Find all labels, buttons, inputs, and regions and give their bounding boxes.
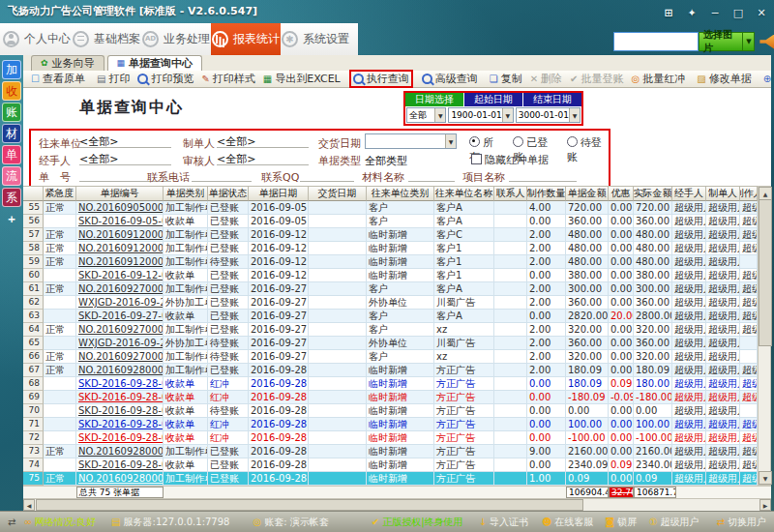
nav-tab-list[interactable]: 基础档案 xyxy=(72,23,141,55)
qq-input[interactable] xyxy=(300,168,354,182)
status-item[interactable]: ⇄切换用户 xyxy=(717,516,766,529)
status-item[interactable]: ◙锁屏 xyxy=(605,516,637,529)
doc-number-link[interactable]: NO.201609280002 xyxy=(76,445,164,458)
doc-number-link[interactable]: WXJGD-2016-09-27-000 xyxy=(76,337,164,350)
status-item[interactable]: ①超级用户 xyxy=(649,516,700,529)
table-row[interactable]: 70SKD-2016-09-28-0002收款单待登账2016-09-28 下临… xyxy=(23,404,758,418)
material-input[interactable] xyxy=(408,168,455,182)
table-row[interactable]: 69SKD-2016-09-28-0001-收款单红冲2016-09-28 下临… xyxy=(23,391,758,404)
table-row[interactable]: 58正常NO.201609120002加工制作单已登账2016-09-12 下临… xyxy=(23,242,758,255)
doc-number-link[interactable]: NO.201609050003 xyxy=(76,201,164,215)
toolbar-button[interactable]: ▤打印 xyxy=(93,71,134,87)
megaphone-icon[interactable] xyxy=(759,35,774,49)
sidebar-tab-2[interactable]: 收 xyxy=(2,81,21,101)
column-header[interactable]: 单据金额 xyxy=(566,186,609,201)
column-header[interactable]: 优惠 xyxy=(609,186,634,201)
scroll-up-icon[interactable]: ▲ xyxy=(759,187,772,200)
status-item[interactable]: ⇄ xyxy=(8,517,15,527)
sidebar-tab-7[interactable]: 系 xyxy=(2,188,21,207)
column-header[interactable]: 往来单位名称 xyxy=(434,186,494,201)
doc-number-link[interactable]: NO.201609280001 xyxy=(76,364,164,377)
scroll-left-icon[interactable]: ◀ xyxy=(23,499,35,511)
choose-image-dropdown-icon[interactable]: ▼ xyxy=(743,32,755,51)
vertical-scroll-thumb[interactable] xyxy=(759,199,772,346)
toolbar-button[interactable]: 打印预览 xyxy=(134,71,197,87)
sidebar-tab-5[interactable]: 单 xyxy=(2,145,21,164)
status-item[interactable]: ✔正版授权|终身使用 xyxy=(372,516,463,529)
toolbar-button[interactable]: ✎打印样式 xyxy=(197,71,258,87)
doc-number-link[interactable]: NO.201609280003 xyxy=(76,472,164,486)
pin-icon[interactable]: ⊞ xyxy=(662,2,675,25)
horizontal-scrollbar[interactable]: ◀ ▶ xyxy=(23,498,771,511)
column-header[interactable]: 紧急度 xyxy=(44,186,76,201)
doc-number-link[interactable]: NO.201609270003 xyxy=(76,350,164,364)
chevron-down-icon[interactable]: ▼ xyxy=(502,108,513,122)
doc-number-link[interactable]: WXJGD-2016-09-27-000 xyxy=(76,296,164,310)
toolbar-button[interactable]: ▨修改单据 xyxy=(693,71,755,87)
column-header[interactable]: 单据类别 xyxy=(164,186,208,201)
nav-tab-gear[interactable]: 系统设置 xyxy=(281,23,350,55)
table-row[interactable]: 65WXJGD-2016-09-27-000外协加工单待登账2016-09-27… xyxy=(23,337,758,350)
column-header[interactable]: 实际金额 xyxy=(634,186,672,201)
doc-number-link[interactable]: NO.201609120001 xyxy=(76,228,164,242)
help-icon[interactable]: ✦ xyxy=(685,2,699,25)
close-icon[interactable]: ✕ xyxy=(755,2,768,25)
auditor-value[interactable]: <全部> xyxy=(217,152,309,165)
phone-input[interactable] xyxy=(192,168,252,182)
column-header[interactable]: 制作人 xyxy=(740,186,758,201)
doc-number-link[interactable]: SKD-2016-09-28-0001 xyxy=(76,377,164,391)
doc-tab[interactable]: ✿业务向导 xyxy=(31,55,104,71)
column-header[interactable]: 交货日期 xyxy=(309,186,367,201)
doc-number-link[interactable]: SKD-2016-09-27-0001 xyxy=(76,310,164,323)
checkbox-icon[interactable] xyxy=(471,154,482,164)
date-value-combo[interactable]: 1900-01-01▼ xyxy=(448,107,513,123)
table-row[interactable]: 71SKD-2016-09-28-0003收款单红冲2016-09-28 下临时… xyxy=(23,418,758,431)
chevron-down-icon[interactable]: ▼ xyxy=(445,134,456,148)
column-header[interactable]: 经手人 xyxy=(672,186,706,201)
toolbar-button[interactable]: ⊕定位 xyxy=(759,71,774,87)
column-header[interactable]: 制作数量 xyxy=(527,186,566,201)
doc-number-link[interactable]: SKD-2016-09-12-0001 xyxy=(76,269,164,282)
table-row[interactable]: 63SKD-2016-09-27-0001收款单已登账2016-09-27 下客… xyxy=(23,310,758,323)
choose-image-button[interactable]: 选择图片 xyxy=(699,32,743,51)
nav-tab-person[interactable]: 个人中心 xyxy=(2,23,72,55)
doc-type-value[interactable]: 全部类型 xyxy=(365,154,407,168)
table-row[interactable]: 73正常NO.201609280002加工制作单已登账2016-09-28 下临… xyxy=(23,445,758,458)
doc-number-link[interactable]: SKD-2016-09-28-0004 xyxy=(76,458,164,472)
radio-icon[interactable] xyxy=(469,136,480,147)
table-row[interactable]: 61正常NO.201609270001加工制作单已登账2016-09-27 下客… xyxy=(23,282,758,296)
table-row[interactable]: 67正常NO.201609280001加工制作单已登账2016-09-28 下临… xyxy=(23,364,758,377)
column-header[interactable]: 往来单位类别 xyxy=(367,186,434,201)
column-header[interactable]: 制单人 xyxy=(706,186,740,201)
column-header[interactable]: 联系人 xyxy=(494,186,527,201)
doc-number-link[interactable]: NO.201609120002 xyxy=(76,242,164,255)
sidebar-tab-1[interactable]: 加 xyxy=(2,60,21,79)
minimize-icon[interactable]: ─ xyxy=(708,2,722,25)
status-item[interactable]: ↓导入证书 xyxy=(479,516,528,529)
maker-value[interactable]: <全部> xyxy=(217,134,309,148)
doc-number-link[interactable]: NO.201609270001 xyxy=(76,282,164,296)
table-row[interactable]: 68SKD-2016-09-28-0001收款单红冲2016-09-28 下临时… xyxy=(23,377,758,391)
project-input[interactable] xyxy=(509,168,577,182)
column-header[interactable]: 单据状态 xyxy=(208,186,249,201)
radio-icon[interactable] xyxy=(567,136,578,147)
table-row[interactable]: 56SKD-2016-09-05-0001收款单已登账2016-09-05 下客… xyxy=(23,215,758,228)
vertical-scrollbar[interactable]: ▲ ▼ xyxy=(758,186,771,486)
table-row[interactable]: 57正常NO.201609120001加工制作单已登账2016-09-12 下临… xyxy=(23,228,758,242)
toolbar-button[interactable]: ❏复制 xyxy=(486,71,526,87)
table-row[interactable]: 74SKD-2016-09-28-0004收款单已登账2016-09-28 下临… xyxy=(23,458,758,472)
toolbar-button[interactable]: ☐查看原单 xyxy=(27,71,89,87)
doc-number-link[interactable]: NO.201609120003 xyxy=(76,255,164,269)
status-item[interactable]: ◎账套: 演示帐套 xyxy=(253,516,328,529)
sidebar-tab-3[interactable]: 账 xyxy=(2,103,21,122)
table-row[interactable]: 62WXJGD-2016-09-27-000外协加工单已登账2016-09-27… xyxy=(23,296,758,310)
column-header[interactable]: 单据编号 xyxy=(76,186,164,201)
scroll-right-icon[interactable]: ▶ xyxy=(759,499,771,511)
table-row[interactable]: 59正常NO.201609120003加工制作单待登账2016-09-12 下临… xyxy=(23,255,758,269)
doc-number-link[interactable]: NO.201609270002 xyxy=(76,323,164,337)
chevron-down-icon[interactable]: ▼ xyxy=(434,108,445,122)
chevron-down-icon[interactable]: ▼ xyxy=(569,108,580,122)
toolbar-button[interactable]: ▦导出到EXCEL xyxy=(259,71,344,87)
horizontal-scroll-thumb[interactable] xyxy=(36,499,583,511)
table-row[interactable]: 55正常NO.201609050003加工制作单已登账2016-09-05 下客… xyxy=(23,201,758,215)
